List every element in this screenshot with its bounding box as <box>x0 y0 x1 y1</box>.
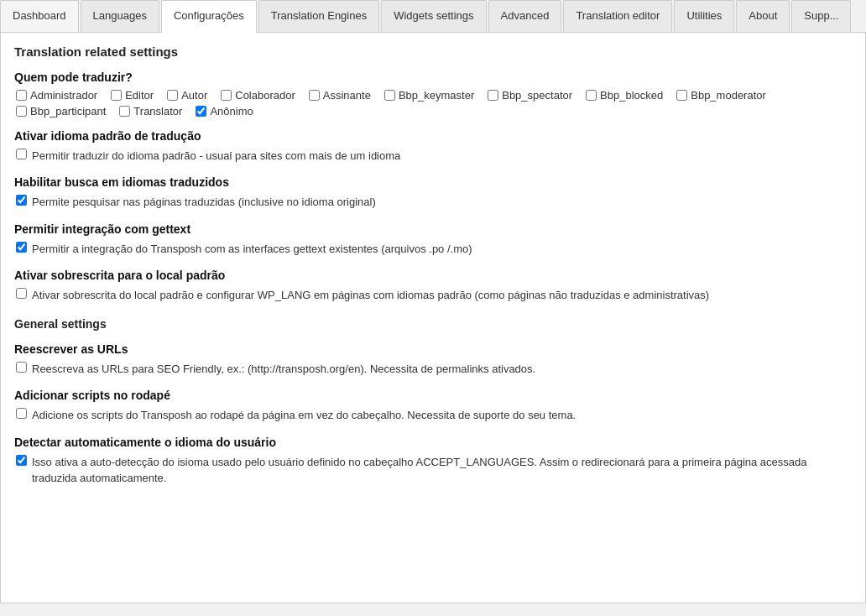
section5-row: Ativar sobrescrita do local padrão e con… <box>16 287 852 304</box>
tab-languages[interactable]: Languages <box>81 0 159 32</box>
role-label: Bbp_moderator <box>691 89 766 102</box>
section5-label: Ativar sobrescrita do local padrão e con… <box>32 287 709 304</box>
role-item: Bbp_participant <box>16 105 106 117</box>
role-checkbox-autor[interactable] <box>167 90 178 101</box>
role-item: Bbp_moderator <box>676 89 766 102</box>
section3-row: Permite pesquisar nas páginas traduzidas… <box>16 194 852 211</box>
role-checkbox-assinante[interactable] <box>309 90 320 101</box>
role-checkbox-colaborador[interactable] <box>221 90 232 101</box>
section7-label: Reescreva as URLs para SEO Friendly, ex.… <box>32 361 535 378</box>
section9-label: Isso ativa a auto-detecção do isioma usa… <box>32 454 852 487</box>
role-label: Assinante <box>323 89 371 102</box>
role-item: Assinante <box>309 89 371 102</box>
section8-label: Adicione os scripts do Transposh ao roda… <box>32 407 576 424</box>
tab-widgets-settings[interactable]: Widgets settings <box>381 0 486 32</box>
role-item: Colaborador <box>221 89 295 102</box>
role-label: Anônimo <box>210 105 253 117</box>
section8-checkbox[interactable] <box>16 408 27 419</box>
role-item: Bbp_keymaster <box>384 89 474 102</box>
tab-configuracoes[interactable]: Configurações <box>161 0 257 33</box>
role-checkbox-bbp_spectator[interactable] <box>488 90 498 101</box>
role-item: Bbp_blocked <box>586 89 663 102</box>
section3-title: Habilitar busca em idiomas traduzidos <box>14 175 852 189</box>
role-label: Bbp_spectator <box>502 89 572 102</box>
tab-translation-editor[interactable]: Translation editor <box>563 0 672 32</box>
role-item: Administrador <box>16 89 97 102</box>
tab-advanced[interactable]: Advanced <box>488 0 562 32</box>
role-item: Translator <box>119 105 182 117</box>
section3-checkbox[interactable] <box>16 195 27 206</box>
section4-label: Permitir a integração do Transposh com a… <box>32 241 472 258</box>
role-item: Autor <box>167 89 207 102</box>
role-label: Bbp_keymaster <box>399 89 474 102</box>
section7-title: Reescrever as URLs <box>14 342 852 356</box>
role-label: Bbp_blocked <box>600 89 663 102</box>
role-checkbox-editor[interactable] <box>111 90 122 101</box>
section4-title: Permitir integração com gettext <box>14 222 852 236</box>
role-checkbox-bbp_blocked[interactable] <box>586 90 597 101</box>
section9-row: Isso ativa a auto-detecção do isioma usa… <box>16 454 852 487</box>
role-checkbox-bbp_keymaster[interactable] <box>384 90 395 101</box>
role-item: Editor <box>111 89 154 102</box>
section4-checkbox[interactable] <box>16 242 27 253</box>
section4-row: Permitir a integração do Transposh com a… <box>16 241 852 258</box>
tab-bar: DashboardLanguagesConfiguraçõesTranslati… <box>0 0 866 33</box>
section9-title: Detectar automaticamente o idioma do usu… <box>14 436 852 449</box>
section1-title: Quem pode traduzir? <box>14 70 852 84</box>
role-label: Editor <box>125 89 154 102</box>
tab-translation-engines[interactable]: Translation Engines <box>258 0 379 32</box>
tab-dashboard[interactable]: Dashboard <box>0 0 79 32</box>
role-label: Bbp_participant <box>30 105 106 117</box>
role-checkbox-anônimo[interactable] <box>196 106 206 117</box>
role-item: Bbp_spectator <box>488 89 572 102</box>
section5-title: Ativar sobrescrita para o local padrão <box>14 269 852 282</box>
section2-checkbox[interactable] <box>16 149 27 159</box>
section2-title: Ativar idioma padrão de tradução <box>14 129 852 143</box>
role-label: Administrador <box>30 89 97 102</box>
role-label: Autor <box>181 89 207 102</box>
role-label: Translator <box>133 105 182 117</box>
section5-checkbox[interactable] <box>16 288 27 299</box>
section3-label: Permite pesquisar nas páginas traduzidas… <box>32 194 376 211</box>
role-checkbox-bbp_moderator[interactable] <box>676 90 687 101</box>
role-label: Colaborador <box>235 89 295 102</box>
tab-utilities[interactable]: Utilities <box>674 0 734 32</box>
section9-checkbox[interactable] <box>16 455 27 466</box>
roles-container: AdministradorEditorAutorColaboradorAssin… <box>16 89 852 117</box>
tab-support[interactable]: Supp... <box>791 0 851 32</box>
role-item: Anônimo <box>196 105 253 117</box>
main-title: Translation related settings <box>14 44 852 59</box>
role-checkbox-bbp_participant[interactable] <box>16 106 27 117</box>
tab-about[interactable]: About <box>736 0 790 32</box>
settings-content: Translation related settings Quem pode t… <box>0 33 866 603</box>
section7-checkbox[interactable] <box>16 362 27 373</box>
role-checkbox-administrador[interactable] <box>16 90 27 101</box>
role-checkbox-translator[interactable] <box>119 106 130 117</box>
section7-row: Reescreva as URLs para SEO Friendly, ex.… <box>16 361 852 378</box>
section6-title: General settings <box>14 317 852 331</box>
section2-label: Permitir traduzir do idioma padrão - usu… <box>32 148 400 164</box>
section8-row: Adicione os scripts do Transposh ao roda… <box>16 407 852 424</box>
section2-row: Permitir traduzir do idioma padrão - usu… <box>16 148 852 164</box>
section8-title: Adicionar scripts no rodapé <box>14 389 852 402</box>
